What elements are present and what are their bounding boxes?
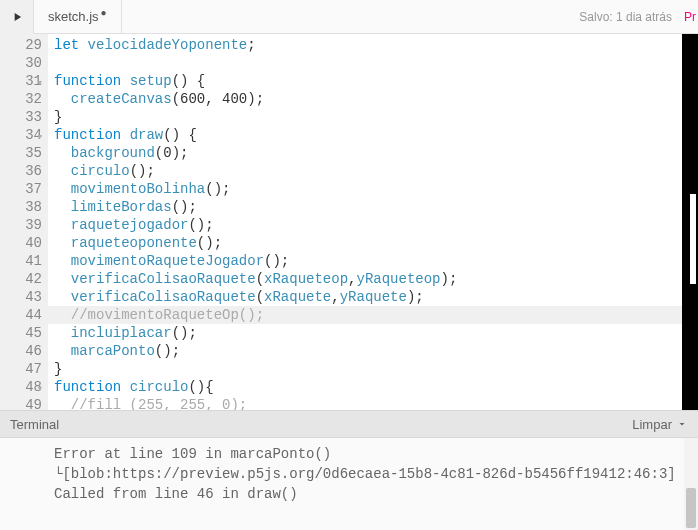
terminal-body[interactable]: Error at line 109 in marcaPonto()└[blob:… <box>0 438 698 530</box>
code-line[interactable]: } <box>54 360 684 378</box>
code-line[interactable]: circulo(); <box>54 162 684 180</box>
code-line[interactable]: verificaColisaoRaquete(xRaquete,yRaquete… <box>54 288 684 306</box>
clear-label: Limpar <box>632 417 672 432</box>
line-number: 49 <box>0 396 42 414</box>
editor: 293031▾323334▾35363738394041424344454647… <box>0 34 698 410</box>
line-number: 48▾ <box>0 378 42 396</box>
terminal-header: Terminal Limpar <box>0 410 698 438</box>
code-line[interactable]: marcaPonto(); <box>54 342 684 360</box>
code-line[interactable]: function setup() { <box>54 72 684 90</box>
file-tab[interactable]: sketch.js ● <box>34 0 122 34</box>
code-line[interactable]: raquetejogador(); <box>54 216 684 234</box>
play-icon <box>10 10 24 24</box>
code-line[interactable]: let velocidadeYoponente; <box>54 36 684 54</box>
line-gutter: 293031▾323334▾35363738394041424344454647… <box>0 34 48 410</box>
line-number: 44 <box>0 306 42 324</box>
line-number: 46 <box>0 342 42 360</box>
file-tab-label: sketch.js <box>48 9 99 24</box>
code-line[interactable]: //fill (255, 255, 0); <box>54 396 684 410</box>
line-number: 42 <box>0 270 42 288</box>
preview-label: Pr <box>684 10 698 24</box>
line-number: 29 <box>0 36 42 54</box>
topbar: sketch.js ● Salvo: 1 dia atrás Pr <box>0 0 698 34</box>
terminal-line: Called from line 46 in draw() <box>48 484 690 504</box>
chevron-down-icon <box>676 418 688 430</box>
line-number: 38 <box>0 198 42 216</box>
terminal-line: └[blob:https://preview.p5js.org/0d6ecaea… <box>48 464 690 484</box>
line-number: 35 <box>0 144 42 162</box>
code-area[interactable]: let velocidadeYoponente;function setup()… <box>48 34 684 410</box>
code-line[interactable]: movimentoRaqueteJogador(); <box>54 252 684 270</box>
line-number: 47 <box>0 360 42 378</box>
line-number: 40 <box>0 234 42 252</box>
line-number: 30 <box>0 54 42 72</box>
line-number: 34▾ <box>0 126 42 144</box>
terminal-scrollbar-thumb[interactable] <box>686 488 696 528</box>
modified-dot-icon: ● <box>101 7 107 18</box>
code-line[interactable]: incluiplacar(); <box>54 324 684 342</box>
line-number: 43 <box>0 288 42 306</box>
line-number: 41 <box>0 252 42 270</box>
code-line[interactable]: createCanvas(600, 400); <box>54 90 684 108</box>
code-line[interactable]: raqueteoponente(); <box>54 234 684 252</box>
save-status: Salvo: 1 dia atrás <box>579 10 684 24</box>
code-line[interactable]: verificaColisaoRaquete(xRaqueteop,yRaque… <box>54 270 684 288</box>
code-line[interactable]: } <box>54 108 684 126</box>
run-button[interactable] <box>0 0 34 34</box>
code-line[interactable]: movimentoBolinha(); <box>54 180 684 198</box>
terminal-line: Error at line 109 in marcaPonto() <box>48 444 690 464</box>
clear-button[interactable]: Limpar <box>632 417 688 432</box>
terminal-title: Terminal <box>10 417 59 432</box>
line-number: 37 <box>0 180 42 198</box>
line-number: 36 <box>0 162 42 180</box>
code-line[interactable] <box>54 54 684 72</box>
code-line[interactable]: background(0); <box>54 144 684 162</box>
code-line[interactable]: function draw() { <box>54 126 684 144</box>
line-number: 45 <box>0 324 42 342</box>
line-number: 39 <box>0 216 42 234</box>
terminal-scrollbar[interactable] <box>684 438 698 530</box>
line-number: 31▾ <box>0 72 42 90</box>
line-number: 33 <box>0 108 42 126</box>
preview-paddle <box>690 194 696 284</box>
code-line[interactable]: //movimentoRaqueteOp(); <box>54 306 684 324</box>
code-line[interactable]: limiteBordas(); <box>54 198 684 216</box>
line-number: 32 <box>0 90 42 108</box>
code-line[interactable]: function circulo(){ <box>54 378 684 396</box>
preview-panel <box>682 34 698 410</box>
